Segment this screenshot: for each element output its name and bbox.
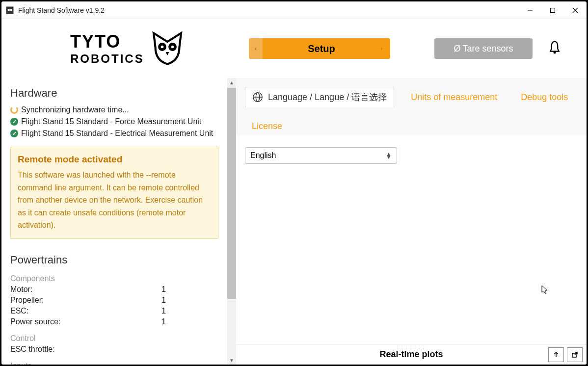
realtime-plots-bar[interactable]: : : : : : : : Real-time plots (236, 344, 587, 365)
component-label: ESC: (10, 307, 161, 315)
logo-line1: TYTO (70, 31, 144, 52)
control-label: ESC throttle: (10, 345, 161, 354)
hardware-item: ✓ Flight Stand 15 Standard - Electrical … (10, 129, 218, 138)
notifications-bell-icon[interactable] (547, 39, 562, 58)
component-row: Motor:1 (10, 285, 218, 294)
maximize-button[interactable] (541, 1, 564, 19)
svg-rect-0 (6, 6, 14, 14)
setup-button[interactable]: ‹ Setup › (249, 38, 390, 59)
scroll-down-icon[interactable]: ▼ (227, 356, 236, 365)
tare-label: Tare sensors (462, 44, 513, 54)
component-label: Propeller: (10, 296, 161, 305)
svg-point-10 (171, 46, 174, 49)
setup-next-icon[interactable]: › (380, 45, 390, 52)
component-row: Power source:1 (10, 317, 218, 326)
scroll-up-icon[interactable]: ▲ (227, 78, 236, 87)
tab-units[interactable]: Units of measurement (404, 88, 504, 106)
component-row: ESC:1 (10, 307, 218, 315)
settings-tabs: Language / Langue / 语言选择 Units of measur… (236, 78, 587, 135)
app-icon (5, 6, 14, 15)
mouse-cursor-icon (541, 285, 549, 296)
component-value: 1 (161, 317, 166, 326)
tab-license-label: License (252, 121, 282, 131)
tab-debug[interactable]: Debug tools (514, 88, 575, 106)
sidebar: Hardware Synchronizing hardware time... … (1, 78, 236, 365)
tab-debug-label: Debug tools (521, 92, 568, 103)
powertrains-heading: Powertrains (10, 254, 218, 266)
empty-set-icon: Ø (454, 44, 460, 54)
control-subheading: Control (10, 334, 218, 343)
component-label: Power source: (10, 317, 161, 326)
tab-license[interactable]: License (245, 117, 289, 135)
hardware-sync-row: Synchronizing hardware time... (10, 105, 218, 114)
setup-prev-icon[interactable]: ‹ (249, 38, 263, 59)
check-icon: ✓ (10, 118, 18, 126)
logo-line2: ROBOTICS (70, 52, 144, 66)
component-value: 1 (161, 307, 166, 315)
component-value: 1 (161, 296, 166, 305)
svg-point-11 (554, 52, 556, 54)
hardware-heading: Hardware (10, 87, 218, 100)
setup-label: Setup (263, 43, 380, 54)
component-label: Motor: (10, 285, 161, 294)
remote-mode-notice: Remote mode activated This software was … (10, 147, 218, 239)
spinner-icon (10, 106, 18, 114)
inputs-subheading: Inputs (10, 362, 218, 365)
svg-rect-4 (551, 8, 555, 12)
window-title: Flight Stand Software v1.9.2 (18, 6, 105, 14)
svg-point-9 (160, 46, 163, 49)
main-panel: Language / Langue / 语言选择 Units of measur… (236, 78, 587, 365)
language-select-value: English (250, 151, 276, 160)
close-button[interactable] (564, 1, 587, 19)
hardware-sync-text: Synchronizing hardware time... (21, 105, 129, 114)
notice-heading: Remote mode activated (18, 154, 211, 165)
tab-units-label: Units of measurement (411, 92, 497, 103)
select-caret-icon: ▲▼ (386, 153, 392, 158)
realtime-plots-label: Real-time plots (379, 349, 443, 360)
language-select[interactable]: English ▲▼ (245, 147, 397, 164)
check-icon: ✓ (10, 130, 18, 137)
tab-language-label: Language / Langue / 语言选择 (268, 91, 387, 103)
scroll-thumb[interactable] (227, 88, 236, 299)
titlebar: Flight Stand Software v1.9.2 (1, 1, 587, 19)
hardware-item: ✓ Flight Stand 15 Standard - Force Measu… (10, 117, 218, 126)
tab-language[interactable]: Language / Langue / 语言选择 (245, 87, 394, 107)
svg-point-2 (10, 9, 12, 11)
hardware-item-label: Flight Stand 15 Standard - Force Measure… (21, 117, 201, 126)
drag-handle-icon[interactable]: : : : : : : : (397, 345, 426, 350)
control-row: ESC throttle: (10, 345, 218, 354)
topbar: TYTO ROBOTICS ‹ Setup › Ø Tare sensors (1, 19, 587, 78)
logo: TYTO ROBOTICS (70, 31, 185, 66)
component-value: 1 (161, 285, 166, 294)
hardware-item-label: Flight Stand 15 Standard - Electrical Me… (21, 129, 213, 138)
tare-sensors-button[interactable]: Ø Tare sensors (434, 38, 533, 59)
notice-body: This software was launched with the --re… (18, 169, 211, 232)
popout-button[interactable] (567, 347, 583, 362)
minimize-button[interactable] (519, 1, 541, 19)
sidebar-scrollbar[interactable]: ▲ ▼ (227, 78, 236, 365)
svg-point-1 (8, 9, 10, 11)
components-subheading: Components (10, 274, 218, 283)
component-row: Propeller:1 (10, 296, 218, 305)
owl-icon (150, 31, 185, 66)
globe-icon (252, 92, 263, 103)
collapse-up-button[interactable] (548, 347, 564, 362)
